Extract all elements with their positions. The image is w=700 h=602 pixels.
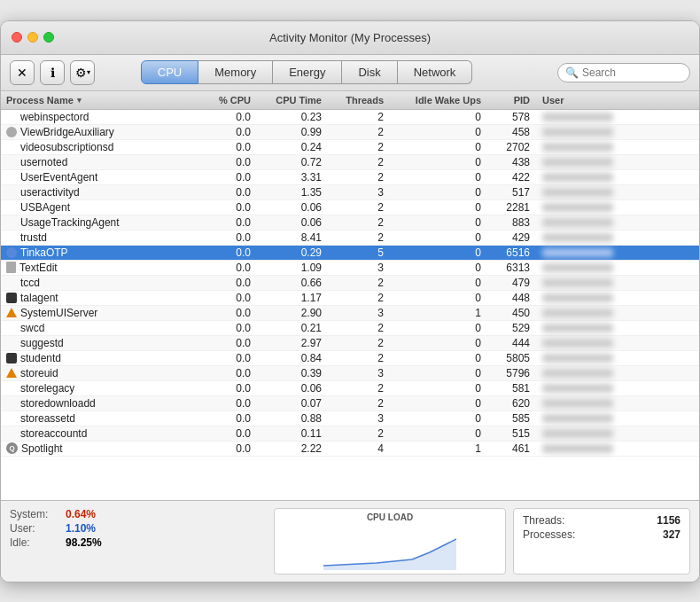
cell-pid: 448 [488, 292, 537, 304]
cell-cpu: 0.0 [191, 442, 258, 455]
cell-threads: 2 [329, 111, 391, 123]
cell-cpu: 0.0 [191, 111, 258, 123]
table-row[interactable]: usernoted 0.0 0.72 2 0 438 [1, 155, 699, 170]
bottom-panel: System: 0.64% User: 1.10% Idle: 98.25% C… [1, 500, 699, 582]
user-value [542, 203, 613, 212]
cell-cputime: 0.84 [258, 352, 329, 364]
search-input[interactable] [582, 66, 682, 79]
table-row[interactable]: SystemUIServer 0.0 2.90 3 1 450 [1, 306, 699, 321]
tab-network[interactable]: Network [398, 60, 473, 84]
minimize-button[interactable] [27, 32, 38, 43]
cell-process: talagent [1, 292, 191, 304]
tab-memory[interactable]: Memory [198, 60, 273, 84]
table-row[interactable]: studentd 0.0 0.84 2 0 5805 [1, 351, 699, 366]
cell-pid: 585 [488, 412, 537, 425]
user-value [542, 248, 613, 257]
cell-cpu: 0.0 [191, 382, 258, 395]
cell-process: usernoted [1, 156, 191, 168]
table-row[interactable]: tccd 0.0 0.66 2 0 479 [1, 276, 699, 291]
maximize-button[interactable] [43, 32, 54, 43]
system-value: 0.64% [66, 508, 96, 520]
cell-idle: 0 [391, 216, 488, 229]
table-row[interactable]: storeassetd 0.0 0.88 3 0 585 [1, 411, 699, 426]
process-icon [6, 127, 17, 137]
process-icon [6, 247, 17, 258]
process-icon [6, 293, 17, 303]
header-threads[interactable]: Threads [329, 95, 391, 106]
table-row[interactable]: storelegacy 0.0 0.06 2 0 581 [1, 381, 699, 396]
table-row[interactable]: TinkaOTP 0.0 0.29 5 0 6516 [1, 246, 699, 261]
user-value [542, 263, 613, 272]
cell-user [537, 156, 699, 168]
search-icon: 🔍 [565, 66, 579, 79]
cell-process: UsageTrackingAgent [1, 216, 191, 229]
info-icon: ℹ [51, 66, 55, 80]
tab-energy[interactable]: Energy [273, 60, 342, 84]
table-row[interactable]: useractivityd 0.0 1.35 3 0 517 [1, 185, 699, 200]
process-name: usernoted [20, 156, 67, 168]
stop-button[interactable]: ✕ [10, 60, 35, 85]
process-icon [6, 308, 17, 317]
cell-threads: 2 [329, 141, 391, 153]
cpu-stats: System: 0.64% User: 1.10% Idle: 98.25% [10, 508, 267, 575]
close-button[interactable] [12, 32, 22, 43]
table-row[interactable]: webinspectord 0.0 0.23 2 0 578 [1, 110, 699, 125]
cell-threads: 2 [329, 337, 391, 349]
cell-pid: 581 [488, 382, 537, 395]
cell-cpu: 0.0 [191, 231, 258, 244]
tab-disk[interactable]: Disk [342, 60, 397, 84]
cell-threads: 4 [329, 442, 391, 455]
cell-cpu: 0.0 [191, 367, 258, 379]
table-row[interactable]: storedownloadd 0.0 0.07 2 0 620 [1, 396, 699, 411]
header-user[interactable]: User [537, 95, 699, 106]
table-row[interactable]: swcd 0.0 0.21 2 0 529 [1, 321, 699, 336]
info-button[interactable]: ℹ [40, 60, 65, 85]
cell-cpu: 0.0 [191, 352, 258, 364]
cell-cpu: 0.0 [191, 307, 258, 319]
cell-process: UserEventAgent [1, 171, 191, 184]
table-row[interactable]: USBAgent 0.0 0.06 2 0 2281 [1, 200, 699, 215]
table-row[interactable]: Q Spotlight 0.0 2.22 4 1 461 [1, 442, 699, 457]
table-row[interactable]: videosubscriptionsd 0.0 0.24 2 0 2702 [1, 140, 699, 155]
cell-user [537, 262, 699, 274]
sort-arrow-icon: ▾ [77, 96, 82, 105]
user-value [542, 128, 613, 137]
cell-threads: 2 [329, 201, 391, 214]
stop-icon: ✕ [17, 66, 27, 80]
header-cputime[interactable]: CPU Time [258, 95, 329, 106]
header-process[interactable]: Process Name ▾ [1, 95, 191, 106]
cell-cpu: 0.0 [191, 397, 258, 410]
header-idle[interactable]: Idle Wake Ups [391, 95, 488, 106]
cell-process: storeassetd [1, 412, 191, 425]
cell-cputime: 0.06 [258, 201, 329, 214]
cell-threads: 2 [329, 427, 391, 440]
table-row[interactable]: TextEdit 0.0 1.09 3 0 6313 [1, 261, 699, 276]
search-box[interactable]: 🔍 [557, 63, 690, 82]
process-table[interactable]: webinspectord 0.0 0.23 2 0 578 ViewBridg… [1, 110, 699, 500]
cell-idle: 0 [391, 246, 488, 259]
table-row[interactable]: UserEventAgent 0.0 3.31 2 0 422 [1, 170, 699, 185]
cell-user [537, 277, 699, 289]
table-row[interactable]: trustd 0.0 8.41 2 0 429 [1, 231, 699, 246]
process-icon [6, 262, 16, 273]
table-row[interactable]: ViewBridgeAuxiliary 0.0 0.99 2 0 458 [1, 125, 699, 140]
thread-stats: Threads: 1156 Processes: 327 [513, 508, 690, 575]
cell-user [537, 337, 699, 349]
cell-pid: 479 [488, 277, 537, 289]
cell-process: swcd [1, 322, 191, 334]
gear-button[interactable]: ⚙ ▾ [70, 60, 95, 85]
cell-threads: 2 [329, 171, 391, 184]
cell-idle: 0 [391, 201, 488, 214]
table-row[interactable]: storeuid 0.0 0.39 3 0 5796 [1, 366, 699, 381]
table-row[interactable]: suggestd 0.0 2.97 2 0 444 [1, 336, 699, 351]
user-stat-row: User: 1.10% [10, 522, 267, 535]
tab-cpu[interactable]: CPU [141, 60, 198, 84]
table-row[interactable]: talagent 0.0 1.17 2 0 448 [1, 291, 699, 306]
table-row[interactable]: storeaccountd 0.0 0.11 2 0 515 [1, 426, 699, 442]
header-cpu[interactable]: % CPU [191, 95, 258, 106]
table-row[interactable]: UsageTrackingAgent 0.0 0.06 2 0 883 [1, 215, 699, 231]
cell-idle: 0 [391, 412, 488, 425]
header-pid[interactable]: PID [488, 95, 537, 106]
cell-user [537, 442, 699, 455]
cell-cpu: 0.0 [191, 292, 258, 304]
